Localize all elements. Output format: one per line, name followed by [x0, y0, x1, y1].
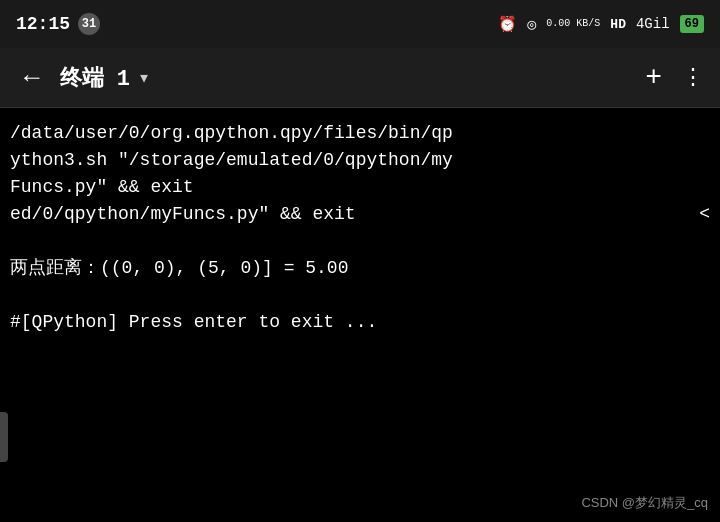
hd-badge: HD: [610, 17, 626, 32]
status-bar: 12:15 31 ⏰ ◎ 0.00 KB/S HD 4Gil 69: [0, 0, 720, 48]
kb-speed: 0.00 KB/S: [546, 18, 600, 30]
battery-indicator: 69: [680, 15, 704, 33]
add-terminal-button[interactable]: +: [645, 62, 662, 93]
location-icon: ◎: [527, 15, 536, 34]
overflow-menu-button[interactable]: ⋮: [682, 64, 704, 91]
dropdown-button[interactable]: ▾: [138, 65, 150, 90]
back-button[interactable]: ←: [16, 59, 48, 97]
terminal-empty-2: [10, 282, 710, 309]
terminal-line-4: ed/0/qpython/myFuncs.py" && exit <: [10, 201, 710, 228]
terminal-line-6: #[QPython] Press enter to exit ...: [10, 309, 710, 336]
toolbar: ← 终端 1 ▾ + ⋮: [0, 48, 720, 108]
terminal-line-3: Funcs.py" && exit: [10, 174, 710, 201]
signal-icon: 4Gil: [636, 16, 670, 32]
status-time: 12:15: [16, 14, 70, 34]
status-right: ⏰ ◎ 0.00 KB/S HD 4Gil 69: [498, 15, 704, 34]
less-than-symbol: <: [699, 201, 710, 228]
terminal-empty-1: [10, 228, 710, 255]
terminal-line-1: /data/user/0/org.qpython.qpy/files/bin/q…: [10, 120, 710, 147]
terminal-line-5: 两点距离：((0, 0), (5, 0)] = 5.00: [10, 255, 710, 282]
watermark: CSDN @梦幻精灵_cq: [581, 493, 708, 513]
toolbar-actions: + ⋮: [645, 62, 704, 93]
alarm-icon: ⏰: [498, 15, 517, 34]
status-left: 12:15 31: [16, 13, 100, 35]
terminal-output: /data/user/0/org.qpython.qpy/files/bin/q…: [0, 108, 720, 522]
terminal-line-4-text: ed/0/qpython/myFuncs.py" && exit: [10, 201, 356, 228]
sidebar-handle[interactable]: [0, 412, 8, 462]
terminal-line-2: ython3.sh "/storage/emulated/0/qpython/m…: [10, 147, 710, 174]
status-badge: 31: [78, 13, 100, 35]
toolbar-title: 终端 1 ▾: [60, 63, 634, 93]
terminal-title-text: 终端 1: [60, 63, 130, 93]
